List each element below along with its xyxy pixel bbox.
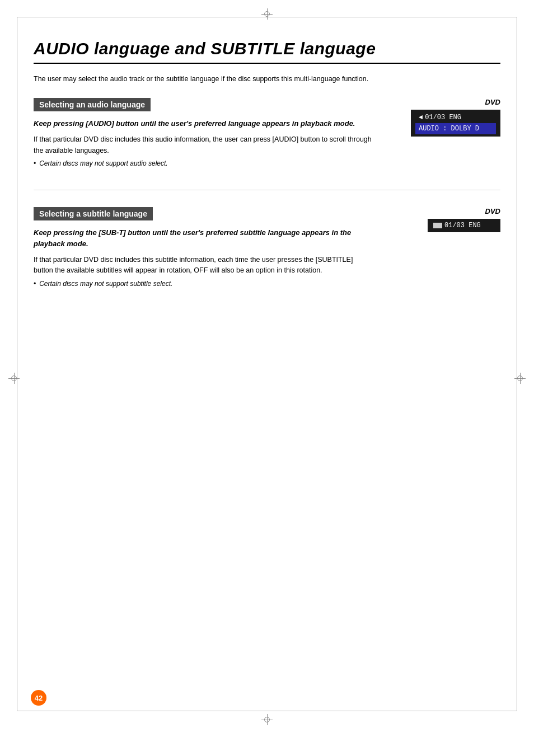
content-area: AUDIO language and SUBTITLE language The… <box>34 22 500 288</box>
subtitle-bullet: Certain discs may not support subtitle s… <box>34 280 372 288</box>
subtitle-dvd-label: DVD <box>485 207 500 215</box>
page-number: 42 <box>31 690 46 706</box>
section-audio-header: Selecting an audio language <box>34 98 151 111</box>
subtitle-osd-display: 01/03 ENG <box>428 219 500 232</box>
audio-osd-icon: ◄ <box>419 114 423 121</box>
section-subtitle-right: DVD 01/03 ENG <box>388 207 500 288</box>
section-subtitle: Selecting a subtitle language Keep press… <box>34 207 500 288</box>
intro-text: The user may select the audio track or t… <box>34 74 500 84</box>
subtitle-osd-track: 01/03 ENG <box>444 222 481 229</box>
section-audio-right: DVD ◄ 01/03 ENG AUDIO : DOLBY D <box>388 98 500 167</box>
border-right <box>517 17 517 711</box>
reg-mark-right <box>514 373 526 384</box>
subtitle-body: If that particular DVD disc includes thi… <box>34 255 372 276</box>
section-audio: Selecting an audio language Keep pressin… <box>34 98 500 167</box>
subtitle-osd-row: 01/03 ENG <box>432 220 496 231</box>
audio-bullet-text: Certain discs may not support audio sele… <box>39 159 167 167</box>
page: 42 AUDIO language and SUBTITLE language … <box>0 0 534 756</box>
audio-dvd-label: DVD <box>485 98 500 106</box>
subtitle-instruction: Keep pressing the [SUB-T] button until t… <box>34 227 372 249</box>
audio-osd-display: ◄ 01/03 ENG AUDIO : DOLBY D <box>411 110 500 137</box>
section-subtitle-header: Selecting a subtitle language <box>34 207 153 220</box>
audio-osd-row2: AUDIO : DOLBY D <box>415 123 496 134</box>
audio-bullet: Certain discs may not support audio sele… <box>34 159 372 167</box>
audio-instruction: Keep pressing [AUDIO] button until the u… <box>34 118 372 129</box>
subtitle-osd-icon <box>433 223 442 228</box>
reg-mark-top <box>261 8 273 20</box>
section-audio-left: Selecting an audio language Keep pressin… <box>34 98 372 167</box>
audio-osd-track: 01/03 ENG <box>425 114 461 121</box>
audio-body: If that particular DVD disc includes thi… <box>34 134 372 156</box>
subtitle-bullet-text: Certain discs may not support subtitle s… <box>39 280 172 288</box>
audio-osd-row1: ◄ 01/03 ENG <box>415 112 496 123</box>
section-divider <box>34 190 500 190</box>
reg-mark-bottom <box>261 714 273 725</box>
reg-mark-left <box>8 373 20 384</box>
border-left <box>17 17 17 711</box>
audio-osd-dolby: AUDIO : DOLBY D <box>419 125 479 133</box>
page-title: AUDIO language and SUBTITLE language <box>34 39 500 64</box>
border-bottom <box>17 711 517 711</box>
section-subtitle-left: Selecting a subtitle language Keep press… <box>34 207 372 288</box>
